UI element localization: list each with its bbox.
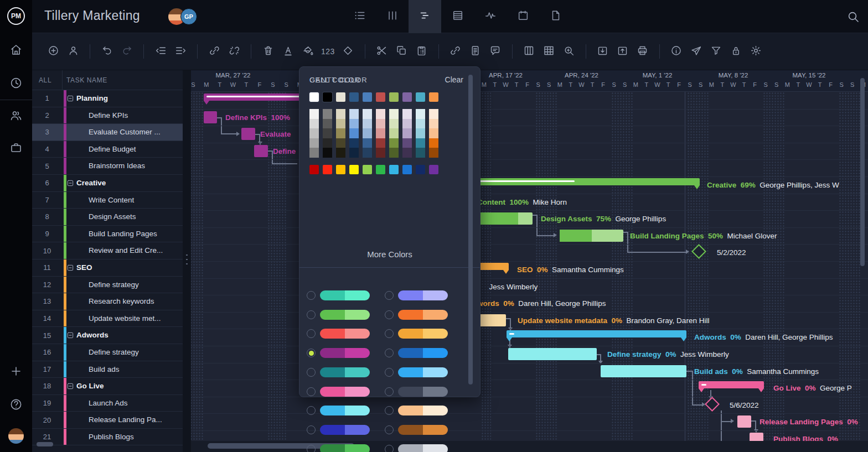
home-icon[interactable] [9,43,23,56]
task-bar-Evaluate[interactable] [241,128,255,140]
task-row-1[interactable]: 1 Planning [32,90,183,107]
task-row-10[interactable]: 10 Review and Edit Cre... [32,242,183,259]
font-color-button[interactable] [278,41,298,61]
summary-bar-Go Live[interactable] [699,381,764,388]
copy-button[interactable] [392,41,412,61]
team-icon[interactable] [9,109,23,122]
gantt-color-option-right-1[interactable] [385,310,448,320]
collapse-icon[interactable] [66,382,74,390]
radio-button[interactable] [385,425,394,434]
gantt-color-option-left-0[interactable] [307,290,370,300]
import-button[interactable] [593,41,613,61]
task-row-9[interactable]: 9 Build Landing Pages [32,226,183,243]
search-icon[interactable] [846,10,860,23]
radio-button[interactable] [385,310,394,319]
task-bar-Build ads[interactable] [601,365,686,377]
export-button[interactable] [613,41,633,61]
radio-button[interactable] [385,291,394,300]
task-bar-Define KPIs[interactable] [204,111,217,123]
standard-color-swatch-2[interactable] [336,165,345,174]
gantt-color-option-left-3[interactable] [307,348,370,358]
radio-button[interactable] [307,329,316,338]
task-row-14[interactable]: 14 Update website met... [32,310,183,328]
task-row-3[interactable]: 3 Evaluate Customer ... [32,124,183,141]
gantt-color-option-left-2[interactable] [307,329,370,339]
task-bar-Release Landing Pages[interactable] [737,415,751,428]
portfolio-icon[interactable] [9,141,23,154]
gantt-color-option-right-6[interactable] [385,406,448,415]
column-task-name[interactable]: TASK NAME [66,76,107,84]
shade-column-7[interactable] [402,109,412,158]
shade-column-0[interactable] [309,109,319,158]
redo-button[interactable] [117,41,137,61]
task-row-19[interactable]: 19 Launch Ads [32,395,183,412]
view-tab-list[interactable] [343,0,376,33]
task-row-5[interactable]: 5 Brainstorm Ideas [32,158,183,175]
clock-icon[interactable] [9,76,23,90]
gantt-color-option-right-3[interactable] [385,348,448,358]
task-row-6[interactable]: 6 Creative [32,175,183,192]
gantt-color-option-left-4[interactable] [307,367,370,377]
standard-color-swatch-6[interactable] [389,165,399,174]
task-bar-Design Assets[interactable] [474,212,533,225]
radio-button[interactable] [385,445,394,452]
standard-color-swatch-4[interactable] [363,165,372,174]
task-row-15[interactable]: 15 Adwords [32,327,183,344]
help-icon[interactable] [9,398,23,411]
gantt-vertical-scrollbar[interactable] [860,78,865,266]
unlink-tasks-button[interactable] [224,41,244,61]
standard-color-swatch-7[interactable] [402,165,412,174]
collapse-icon[interactable] [66,179,74,187]
task-row-17[interactable]: 17 Build ads [32,361,183,378]
theme-color-swatch-5[interactable] [376,92,385,102]
theme-color-swatch-8[interactable] [416,92,425,102]
radio-button[interactable] [385,329,394,338]
radio-button[interactable] [307,387,316,396]
settings-button[interactable] [746,41,766,61]
task-row-4[interactable]: 4 Define Budget [32,141,183,158]
view-tab-page[interactable] [539,0,572,33]
info-button[interactable] [666,41,686,61]
shade-column-3[interactable] [349,109,359,158]
shade-column-1[interactable] [323,109,332,158]
task-row-12[interactable]: 12 Define strategy [32,277,183,294]
view-tab-gantt[interactable] [409,0,441,33]
milestone-button[interactable] [338,41,358,61]
grid-button[interactable] [539,41,559,61]
standard-color-swatch-8[interactable] [416,165,425,174]
notes-button[interactable] [466,41,485,61]
standard-color-swatch-9[interactable] [429,165,438,174]
theme-color-swatch-6[interactable] [389,92,399,102]
task-row-21[interactable]: 21 Publish Blogs [32,429,183,446]
task-bar-Define[interactable] [254,145,268,157]
user-avatar[interactable] [8,428,24,444]
table-horizontal-scrollbar[interactable] [37,442,53,446]
more-colors-button[interactable]: More Colors [299,250,480,259]
radio-button[interactable] [307,291,316,300]
attachment-button[interactable] [446,41,466,61]
collapse-icon[interactable] [66,331,74,339]
radio-button[interactable] [307,425,316,434]
summary-bar-Creative[interactable] [473,178,700,185]
column-all[interactable]: ALL [39,76,51,84]
number-format-button[interactable]: 123 [318,41,338,61]
cut-button[interactable] [372,41,392,61]
link-tasks-button[interactable] [204,41,224,61]
task-row-16[interactable]: 16 Define strategy [32,344,183,361]
outdent-button[interactable] [151,41,170,61]
radio-button[interactable] [307,349,316,357]
view-tab-sheet[interactable] [441,0,474,33]
gantt-color-option-left-1[interactable] [307,310,370,320]
theme-color-swatch-7[interactable] [402,92,412,102]
task-row-18[interactable]: 18 Go Live [32,378,183,395]
theme-color-swatch-0[interactable] [309,92,319,102]
lock-button[interactable] [726,41,746,61]
gantt-color-option-right-4[interactable] [385,367,448,377]
add-button[interactable] [43,41,63,61]
shade-column-2[interactable] [336,109,345,158]
paste-button[interactable] [412,41,432,61]
task-row-20[interactable]: 20 Release Landing Pa... [32,412,183,429]
gantt-color-option-left-5[interactable] [307,387,370,397]
add-new-icon[interactable] [9,365,23,378]
radio-button[interactable] [307,310,316,319]
